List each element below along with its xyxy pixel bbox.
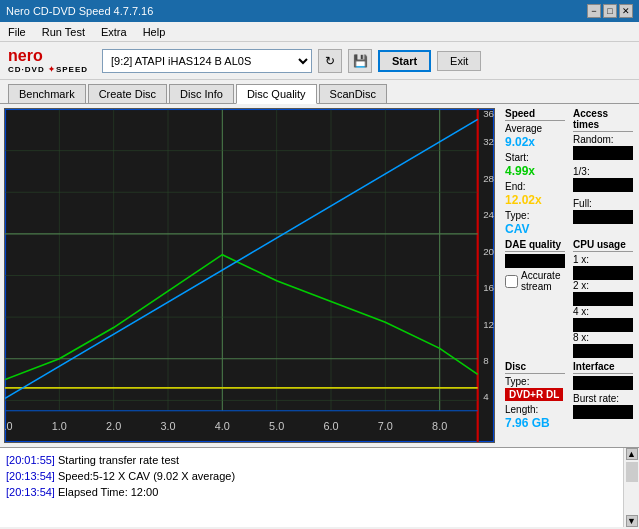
interface-value (573, 376, 633, 390)
one-x-value (573, 266, 633, 280)
app-title: Nero CD-DVD Speed 4.7.7.16 (6, 5, 153, 17)
svg-text:0.0: 0.0 (5, 420, 13, 432)
log-timestamp-2: [20:13:54] (6, 470, 55, 482)
svg-text:24: 24 (483, 209, 494, 220)
content-area: 4 X 8 X 12 X 16 X 20 X 24 X 4 8 12 16 20… (0, 104, 639, 527)
titlebar-controls[interactable]: − □ ✕ (587, 4, 633, 18)
log-line-1: [20:01:55] Starting transfer rate test (6, 452, 617, 468)
svg-text:8: 8 (483, 355, 488, 366)
tab-scandisc[interactable]: ScanDisc (319, 84, 387, 103)
one-third-label: 1/3: (573, 166, 633, 177)
menubar: File Run Test Extra Help (0, 22, 639, 42)
scroll-down[interactable]: ▼ (626, 515, 638, 527)
one-third-value (573, 178, 633, 192)
menu-run-test[interactable]: Run Test (38, 24, 89, 40)
tabs-bar: Benchmark Create Disc Disc Info Disc Qua… (0, 80, 639, 104)
middle-section: 4 X 8 X 12 X 16 X 20 X 24 X 4 8 12 16 20… (0, 104, 639, 447)
disc-type-value: DVD+R DL (505, 388, 563, 401)
chart-area: 4 X 8 X 12 X 16 X 20 X 24 X 4 8 12 16 20… (4, 108, 495, 443)
log-text-2: Speed:5-12 X CAV (9.02 X average) (58, 470, 235, 482)
nero-brand: nero (8, 47, 43, 65)
log-area: [20:01:55] Starting transfer rate test [… (0, 447, 639, 527)
speed-title: Speed (505, 108, 565, 121)
menu-extra[interactable]: Extra (97, 24, 131, 40)
interface-title: Interface (573, 361, 633, 374)
svg-text:3.0: 3.0 (160, 420, 175, 432)
minimize-button[interactable]: − (587, 4, 601, 18)
chart-svg: 4 X 8 X 12 X 16 X 20 X 24 X 4 8 12 16 20… (5, 109, 494, 442)
svg-text:4.0: 4.0 (215, 420, 230, 432)
average-label: Average (505, 123, 565, 134)
start-value: 4.99x (505, 164, 565, 178)
accurate-stream-label: Accurate stream (521, 270, 565, 292)
burst-value (573, 405, 633, 419)
drive-select[interactable]: [9:2] ATAPI iHAS124 B AL0S (102, 49, 312, 73)
end-label: End: (505, 181, 565, 192)
two-x-label: 2 x: (573, 280, 633, 291)
disc-length-value: 7.96 GB (505, 416, 565, 430)
log-scrollbar[interactable]: ▲ ▼ (623, 448, 639, 527)
disc-interface-columns: Disc Type: DVD+R DL Length: 7.96 GB Inte… (505, 361, 633, 430)
cpu-title: CPU usage (573, 239, 633, 252)
log-content: [20:01:55] Starting transfer rate test [… (0, 448, 623, 527)
random-value (573, 146, 633, 160)
scroll-thumb[interactable] (626, 462, 638, 482)
svg-text:2.0: 2.0 (106, 420, 121, 432)
dae-value (505, 254, 565, 268)
svg-text:7.0: 7.0 (378, 420, 393, 432)
tab-benchmark[interactable]: Benchmark (8, 84, 86, 103)
log-text-1: Starting transfer rate test (58, 454, 179, 466)
accurate-stream-row: Accurate stream (505, 270, 565, 293)
start-label: Start: (505, 152, 565, 163)
disc-type-label: Type: (505, 376, 565, 387)
access-title: Access times (573, 108, 633, 132)
nero-logo: nero CD·DVD ✦SPEED (8, 47, 88, 74)
four-x-value (573, 318, 633, 332)
random-label: Random: (573, 134, 633, 145)
accurate-stream-checkbox[interactable] (505, 275, 518, 288)
full-value (573, 210, 633, 224)
scroll-up[interactable]: ▲ (626, 448, 638, 460)
dae-column: DAE quality Accurate stream (505, 239, 565, 358)
disc-title: Disc (505, 361, 565, 374)
menu-file[interactable]: File (4, 24, 30, 40)
disc-length-label: Length: (505, 404, 565, 415)
svg-text:5.0: 5.0 (269, 420, 284, 432)
tab-create-disc[interactable]: Create Disc (88, 84, 167, 103)
svg-text:4: 4 (483, 392, 489, 403)
svg-text:1.0: 1.0 (52, 420, 67, 432)
svg-text:16: 16 (483, 282, 494, 293)
burst-label: Burst rate: (573, 393, 633, 404)
svg-text:12: 12 (483, 319, 494, 330)
disc-column: Disc Type: DVD+R DL Length: 7.96 GB (505, 361, 565, 430)
cpu-column: CPU usage 1 x: 2 x: 4 x: 8 x: (573, 239, 633, 358)
right-panel: Speed Average 9.02x Start: 4.99x End: 12… (499, 104, 639, 447)
speed-access-columns: Speed Average 9.02x Start: 4.99x End: 12… (505, 108, 633, 236)
log-line-2: [20:13:54] Speed:5-12 X CAV (9.02 X aver… (6, 468, 617, 484)
menu-help[interactable]: Help (139, 24, 170, 40)
svg-text:36: 36 (483, 109, 494, 119)
save-icon[interactable]: 💾 (348, 49, 372, 73)
svg-text:28: 28 (483, 173, 494, 184)
close-button[interactable]: ✕ (619, 4, 633, 18)
type-value: CAV (505, 222, 565, 236)
refresh-icon[interactable]: ↻ (318, 49, 342, 73)
exit-button[interactable]: Exit (437, 51, 481, 71)
tab-disc-quality[interactable]: Disc Quality (236, 84, 317, 104)
access-column: Access times Random: 1/3: Full: (573, 108, 633, 236)
four-x-label: 4 x: (573, 306, 633, 317)
nero-product: CD·DVD ✦SPEED (8, 65, 88, 74)
log-timestamp-1: [20:01:55] (6, 454, 55, 466)
tab-disc-info[interactable]: Disc Info (169, 84, 234, 103)
titlebar-left: Nero CD-DVD Speed 4.7.7.16 (6, 5, 153, 17)
eight-x-value (573, 344, 633, 358)
log-timestamp-3: [20:13:54] (6, 486, 55, 498)
svg-text:32: 32 (483, 137, 494, 148)
two-x-value (573, 292, 633, 306)
maximize-button[interactable]: □ (603, 4, 617, 18)
type-label: Type: (505, 210, 565, 221)
full-label: Full: (573, 198, 633, 209)
start-button[interactable]: Start (378, 50, 431, 72)
cpu-dae-columns: DAE quality Accurate stream CPU usage 1 … (505, 239, 633, 358)
toolbar: nero CD·DVD ✦SPEED [9:2] ATAPI iHAS124 B… (0, 42, 639, 80)
